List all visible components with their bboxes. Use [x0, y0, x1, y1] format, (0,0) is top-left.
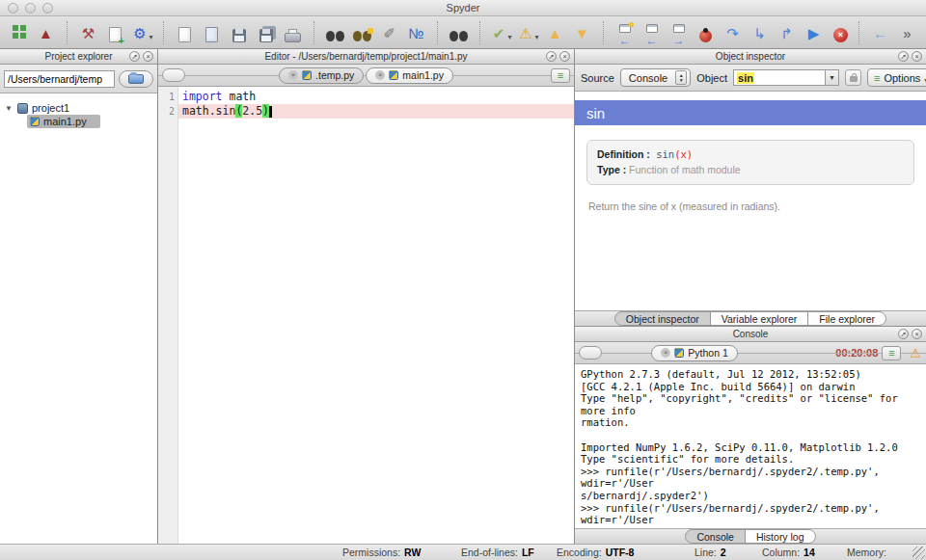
replace-text-button[interactable]: ✐ [378, 20, 400, 45]
run-selection-button[interactable]: ← [640, 20, 663, 45]
close-panel-icon[interactable]: × [912, 51, 922, 62]
browse-tabs-button[interactable] [162, 68, 185, 82]
undock-panel-icon[interactable]: ↗ [898, 51, 909, 62]
goto-line-button[interactable]: № [405, 20, 427, 45]
tree-selection: main1.py [27, 115, 100, 128]
close-panel-icon[interactable]: × [143, 51, 153, 62]
new-python-file-button[interactable]: + [104, 20, 126, 45]
tab-python-1[interactable]: × Python 1 [651, 345, 737, 361]
maximize-pane-icon: ▲ [38, 25, 54, 42]
console-tabbar: × Python 1 00:20:08 ≡ ⚠ [575, 342, 926, 364]
toolbar-overflow-icon: » [899, 25, 915, 42]
tab-temp-py[interactable]: × .temp.py [279, 67, 364, 84]
find-in-files-button[interactable] [448, 20, 470, 45]
options-label: Options [884, 72, 920, 84]
editor-options-icon[interactable]: ≡ [551, 68, 570, 83]
next-warning-button[interactable]: ▼ [571, 20, 593, 45]
save-all-icon [259, 29, 273, 42]
options-button[interactable]: ≡ Options ▾ [867, 68, 926, 87]
run-button[interactable]: ▶ [803, 20, 825, 45]
disclosure-triangle-icon[interactable]: ▼ [4, 104, 14, 113]
console-output-area[interactable]: GPython 2.7.3 (default, Jul 12 2012, 13:… [575, 364, 926, 528]
debug-continue-icon: ↷ [724, 25, 741, 42]
inspector-tab-group: Object inspector Variable explorer File … [575, 310, 926, 326]
todo-list-icon: ✔ [490, 25, 506, 42]
console-options-icon[interactable]: ≡ [882, 346, 901, 360]
undock-panel-icon[interactable]: ↗ [898, 329, 909, 339]
browse-folder-button[interactable] [119, 70, 153, 88]
main-toolbar: ▲⚒+⚙▾✐№✔▾⚠▾▲▼←←→↷↳↱▶×←» [0, 16, 926, 49]
run-cell-button[interactable]: → [667, 20, 690, 45]
close-panel-icon[interactable]: × [912, 329, 922, 339]
dropdown-arrow-icon: ▾ [507, 33, 511, 41]
previous-warning-button[interactable]: ▲ [544, 20, 566, 45]
stop-button[interactable]: × [830, 20, 852, 45]
find-replace-button[interactable] [351, 20, 373, 45]
tab-label: main1.py [402, 69, 444, 81]
open-file-icon [205, 27, 218, 42]
code-area[interactable]: import math math.sin(2.5) [178, 87, 574, 544]
layout-grid-button[interactable] [8, 20, 30, 45]
tab-main1-py[interactable]: × main1.py [366, 67, 453, 84]
project-path-input[interactable] [4, 70, 115, 88]
warning-icon[interactable]: ⚠ [910, 346, 921, 360]
open-file-button[interactable] [201, 20, 223, 45]
tree-item-project1[interactable]: ▼ project1 [0, 101, 157, 115]
close-tab-icon[interactable]: × [288, 70, 298, 80]
definition-name: sin [650, 148, 674, 160]
back-button[interactable]: ← [869, 20, 891, 45]
save-button[interactable] [228, 20, 250, 45]
source-select[interactable]: Console ▲ ▼ [620, 68, 691, 87]
maximize-pane-button[interactable]: ▲ [35, 20, 57, 45]
preferences-tools-icon: ⚒ [80, 25, 96, 42]
find-button[interactable] [324, 20, 346, 45]
close-tab-icon[interactable]: × [661, 348, 670, 358]
browse-tabs-button[interactable] [579, 346, 602, 360]
matched-paren-close: ) [262, 104, 269, 118]
debug-continue-button[interactable]: ↷ [722, 20, 744, 45]
definition-label: Definition : [597, 148, 650, 160]
combo-dropdown-icon[interactable]: ▼ [826, 69, 839, 86]
console-bottom-tab-group: Console History log [575, 528, 926, 544]
debug-step-return-button[interactable]: ↱ [776, 20, 798, 45]
tab-console[interactable]: Console [685, 529, 746, 544]
find-replace-icon [353, 31, 371, 42]
tools-menu-button[interactable]: ⚙▾ [131, 20, 153, 45]
run-selection-icon: ← [643, 24, 661, 42]
close-tab-icon[interactable]: × [375, 70, 385, 80]
toolbar-overflow-button[interactable]: » [896, 20, 918, 45]
tab-variable-explorer[interactable]: Variable explorer [710, 311, 809, 326]
tab-file-explorer[interactable]: File explorer [807, 311, 886, 326]
source-label: Source [581, 72, 614, 84]
undock-panel-icon[interactable]: ↗ [546, 51, 557, 62]
undock-panel-icon[interactable]: ↗ [129, 51, 140, 62]
tree-item-label: project1 [32, 102, 69, 114]
code-editor[interactable]: 1 2 import math math.sin(2.5) [158, 87, 574, 544]
tab-object-inspector[interactable]: Object inspector [614, 311, 711, 326]
editor-tabbar: × .temp.py × main1.py ≡ [158, 65, 574, 87]
new-file-button[interactable] [174, 20, 196, 45]
preferences-tools-button[interactable]: ⚒ [77, 20, 99, 45]
debug-button[interactable] [694, 20, 717, 45]
debug-step-into-button[interactable]: ↳ [749, 20, 771, 45]
object-inspector-title: Object inspector [716, 51, 785, 62]
object-combobox[interactable]: sin ▼ [733, 69, 839, 86]
print-button[interactable] [282, 20, 304, 45]
line-number: 1 [158, 90, 175, 104]
object-input[interactable]: sin [733, 69, 826, 86]
todo-list-button[interactable]: ✔▾ [490, 20, 512, 45]
tab-history-log[interactable]: History log [745, 529, 816, 544]
warnings-list-icon: ⚠ [517, 25, 533, 42]
editor-header: Editor - /Users/bernardj/temp/project1/m… [158, 49, 574, 65]
console-output: GPython 2.7.3 (default, Jul 12 2012, 13:… [581, 368, 920, 528]
run-configuration-button[interactable]: ← [613, 20, 636, 45]
debug-step-return-icon: ↱ [778, 25, 795, 42]
save-all-button[interactable] [255, 20, 277, 45]
lock-button[interactable] [845, 69, 861, 86]
tab-label: Python 1 [688, 347, 727, 359]
resize-grip[interactable] [912, 547, 925, 559]
tree-item-main1-py[interactable]: main1.py [0, 115, 157, 128]
layout-grid-icon [13, 25, 18, 31]
warnings-list-button[interactable]: ⚠▾ [517, 20, 539, 45]
close-panel-icon[interactable]: × [559, 51, 570, 62]
